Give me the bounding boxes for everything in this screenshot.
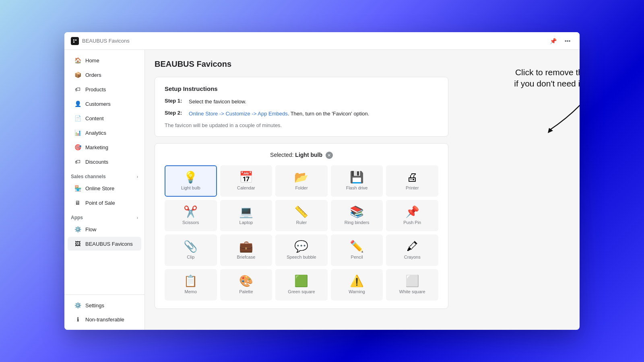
icon-cell-scissors[interactable]: ✂️ Scissors xyxy=(165,200,217,231)
selected-label: Selected: Light bulb ✕ xyxy=(165,152,438,159)
icon-label: Pencil xyxy=(351,255,363,259)
icon-cell-flash-drive[interactable]: 💾 Flash drive xyxy=(331,165,383,197)
icon-cell-calendar[interactable]: 📅 Calendar xyxy=(220,165,272,197)
icon-cell-clip[interactable]: 📎 Clip xyxy=(165,234,217,266)
remove-favicon-button[interactable]: ✕ xyxy=(326,152,333,159)
sidebar-item-marketing[interactable]: 🎯 Marketing xyxy=(68,140,141,154)
main-content: BEAUBUS Favicons Setup Instructions Step… xyxy=(145,50,580,330)
icon-label: Laptop xyxy=(239,220,253,225)
pin-button[interactable]: 📌 xyxy=(547,35,559,47)
icon-cell-white-square[interactable]: ⬜ White square xyxy=(386,269,438,300)
more-button[interactable]: ••• xyxy=(562,35,573,47)
icon-cell-ring-binders[interactable]: 📚 Ring binders xyxy=(331,200,383,231)
sidebar-item-orders[interactable]: 📦 Orders xyxy=(68,68,141,82)
sidebar-item-products[interactable]: 🏷 Products xyxy=(68,82,141,96)
svg-rect-3 xyxy=(73,41,74,43)
icon-grid: 💡 Light bulb 📅 Calendar 📂 Folder 💾 Flash… xyxy=(165,165,438,300)
icon-emoji: 🟩 xyxy=(294,276,308,287)
beaubus-icon: 🖼 xyxy=(74,240,81,247)
page-title: BEAUBUS Favicons xyxy=(155,60,570,69)
sidebar-item-analytics[interactable]: 📊 Analytics xyxy=(68,126,141,140)
customers-icon: 👤 xyxy=(74,100,81,107)
setup-card: Setup Instructions Step 1: Select the fa… xyxy=(155,77,448,137)
icon-label: Printer xyxy=(406,185,419,190)
icon-emoji: 🎨 xyxy=(239,276,253,287)
app-embeds-link[interactable]: Online Store -> Customize -> App Embeds xyxy=(189,111,288,117)
icon-cell-briefcase[interactable]: 💼 Briefcase xyxy=(220,234,272,266)
icon-emoji: ✂️ xyxy=(184,206,198,218)
sidebar-item-home[interactable]: 🏠 Home xyxy=(68,53,141,67)
icon-label: Green square xyxy=(288,289,315,294)
icon-emoji: ✏️ xyxy=(350,241,364,252)
icon-label: Flash drive xyxy=(346,185,368,190)
icon-label: Palette xyxy=(239,289,253,294)
sidebar-bottom: ⚙️ Settings ℹ Non-transferable xyxy=(64,294,144,327)
icon-cell-light-bulb[interactable]: 💡 Light bulb xyxy=(165,165,217,197)
icon-cell-ruler[interactable]: 📏 Ruler xyxy=(275,200,328,231)
sidebar-item-customers[interactable]: 👤 Customers xyxy=(68,97,141,111)
setup-heading: Setup Instructions xyxy=(165,85,438,92)
icon-cell-crayons[interactable]: 🖍 Crayons xyxy=(386,234,438,266)
annotation-arrow xyxy=(526,90,580,138)
icon-label: Push Pin xyxy=(403,220,421,225)
breadcrumb: BEAUBUS Favicons xyxy=(71,37,130,45)
icon-label: White square xyxy=(399,289,425,294)
icon-emoji: 🖨 xyxy=(407,172,418,183)
sidebar-item-flow[interactable]: ⚙️ Flow xyxy=(68,222,141,236)
setup-step-1: Step 1: Select the favicon below. xyxy=(165,98,438,106)
step2-label: Step 2: xyxy=(165,110,186,118)
sidebar-item-beaubus[interactable]: 🖼 BEAUBUS Favicons xyxy=(68,237,141,251)
step2-content: Online Store -> Customize -> App Embeds.… xyxy=(189,110,369,118)
icon-cell-green-square[interactable]: 🟩 Green square xyxy=(275,269,328,300)
selected-name: Light bulb xyxy=(295,152,322,158)
icon-label: Clip xyxy=(187,255,194,259)
sidebar-item-settings[interactable]: ⚙️ Settings xyxy=(68,298,141,312)
icon-cell-memo[interactable]: 📋 Memo xyxy=(165,269,217,300)
icon-label: Memo xyxy=(185,289,197,294)
top-bar-actions: 📌 ••• xyxy=(547,35,573,47)
annotation-text: Click to remove the faviconif you don't … xyxy=(497,67,580,90)
apps-section: Apps › xyxy=(64,210,144,222)
home-icon: 🏠 xyxy=(74,57,81,64)
sidebar-item-content[interactable]: 📄 Content xyxy=(68,111,141,125)
icon-emoji: 🖍 xyxy=(407,241,418,252)
icon-label: Calendar xyxy=(237,185,255,190)
icon-cell-speech-bubble[interactable]: 💬 Speech bubble xyxy=(275,234,328,266)
icon-label: Ruler xyxy=(296,220,307,225)
pos-icon: 🖥 xyxy=(74,199,81,206)
svg-rect-1 xyxy=(73,39,74,41)
icon-label: Light bulb xyxy=(181,185,200,190)
icon-emoji: ⚠️ xyxy=(350,276,364,287)
icon-emoji: 📂 xyxy=(294,172,308,183)
svg-rect-2 xyxy=(75,39,76,41)
layout: 🏠 Home 📦 Orders 🏷 Products 👤 Customers 📄… xyxy=(64,50,580,330)
sidebar-item-point-of-sale[interactable]: 🖥 Point of Sale xyxy=(68,196,141,210)
icon-cell-printer[interactable]: 🖨 Printer xyxy=(386,165,438,197)
breadcrumb-text: BEAUBUS Favicons xyxy=(82,38,130,44)
icon-cell-push-pin[interactable]: 📌 Push Pin xyxy=(386,200,438,231)
picker-wrapper: Selected: Light bulb ✕ 💡 Light bulb 📅 Ca… xyxy=(155,143,570,309)
icon-emoji: 📚 xyxy=(350,206,364,218)
icon-cell-pencil[interactable]: ✏️ Pencil xyxy=(331,234,383,266)
non-transferable-icon: ℹ xyxy=(74,316,81,323)
sidebar-item-online-store[interactable]: 🏪 Online Store xyxy=(68,181,141,195)
sidebar-item-discounts[interactable]: 🏷 Discounts xyxy=(68,155,141,169)
setup-note: The favicon will be updated in a couple … xyxy=(165,122,438,128)
icon-cell-folder[interactable]: 📂 Folder xyxy=(275,165,328,197)
app-window: BEAUBUS Favicons 📌 ••• 🏠 Home 📦 Orders 🏷… xyxy=(64,32,580,330)
icon-cell-warning[interactable]: ⚠️ Warning xyxy=(331,269,383,300)
icon-emoji: 💻 xyxy=(239,206,253,218)
online-store-icon: 🏪 xyxy=(74,185,81,192)
icon-emoji: 💡 xyxy=(184,172,198,183)
picker-card: Selected: Light bulb ✕ 💡 Light bulb 📅 Ca… xyxy=(155,143,448,309)
icon-emoji: 💬 xyxy=(294,241,308,252)
step1-content: Select the favicon below. xyxy=(189,98,246,106)
icon-emoji: 📏 xyxy=(294,206,308,218)
top-bar: BEAUBUS Favicons 📌 ••• xyxy=(64,32,580,50)
sales-channels-section: Sales channels › xyxy=(64,169,144,181)
icon-label: Ring binders xyxy=(345,220,369,225)
sidebar-item-non-transferable[interactable]: ℹ Non-transferable xyxy=(68,313,141,326)
products-icon: 🏷 xyxy=(74,86,81,93)
icon-cell-laptop[interactable]: 💻 Laptop xyxy=(220,200,272,231)
icon-cell-palette[interactable]: 🎨 Palette xyxy=(220,269,272,300)
